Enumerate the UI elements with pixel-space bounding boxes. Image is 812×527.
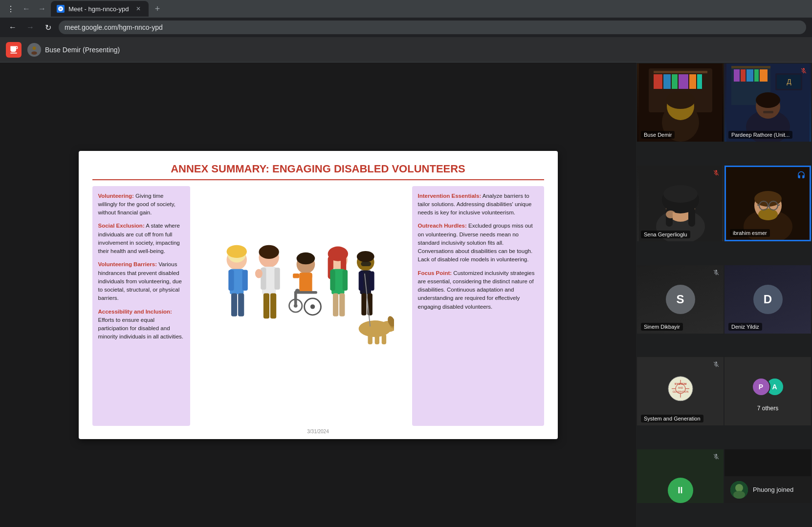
- slide-right-column: Intervention Essentials: Analyze barrier…: [412, 186, 544, 426]
- slide-date: 3/31/2024: [307, 429, 329, 434]
- svg-point-10: [226, 245, 246, 258]
- bottom-left-avatar: II: [668, 478, 693, 503]
- svg-rect-75: [760, 69, 768, 82]
- svg-point-0: [33, 46, 36, 50]
- forward-button[interactable]: →: [35, 2, 49, 16]
- sena-face: [637, 166, 724, 241]
- bottom-left-mute-icon: [713, 453, 720, 462]
- svg-rect-36: [330, 270, 335, 291]
- participant-tile-pardeep[interactable]: Д Pardeep Rathore (Unit...: [724, 63, 811, 142]
- svg-point-112: [733, 491, 745, 499]
- svg-rect-8: [238, 294, 244, 316]
- tab-list-button[interactable]: ⋮: [4, 2, 18, 16]
- svg-rect-61: [672, 74, 678, 89]
- forward-nav-button[interactable]: →: [23, 21, 37, 34]
- presenter-name: Buse Demir (Presenting): [45, 46, 120, 54]
- participant-tile-sena[interactable]: Sena Gergerlioglu: [637, 166, 724, 241]
- system-mute-icon: [713, 361, 720, 369]
- deniz-avatar: D: [753, 285, 783, 314]
- svg-rect-22: [293, 274, 299, 278]
- presenter-avatar: [27, 43, 41, 57]
- sinem-name-tag: Sinem Dikbayir: [641, 323, 683, 331]
- buse-face: [637, 63, 724, 142]
- slide-left-column: Volunteering: Giving time willingly for …: [92, 186, 190, 426]
- participant-tile-system[interactable]: SYSTEM AND GENERATION System and Generat…: [637, 357, 724, 425]
- new-tab-button[interactable]: +: [151, 2, 164, 16]
- pardeep-mute-icon: [800, 67, 807, 76]
- tab-bar: ⋮ ← → Meet - hgm-nnco-ypd ✕ +: [0, 0, 812, 18]
- outreach-hurdles: Outreach Hurdles: Excluded groups miss o…: [418, 222, 538, 264]
- sinem-avatar: S: [666, 285, 695, 314]
- url-input[interactable]: [59, 21, 806, 34]
- others-count: 7 others: [724, 405, 811, 412]
- slide-container: ANNEX SUMMARY: ENGAGING DISABLED VOLUNTE…: [79, 151, 558, 439]
- svg-rect-71: [734, 69, 740, 82]
- slide-content: ANNEX SUMMARY: ENGAGING DISABLED VOLUNTE…: [79, 151, 558, 439]
- svg-rect-59: [654, 74, 662, 89]
- svg-point-27: [293, 304, 297, 308]
- active-tab[interactable]: Meet - hgm-nnco-ypd ✕: [51, 1, 149, 17]
- meet-logo: [6, 42, 22, 58]
- svg-rect-45: [361, 294, 366, 316]
- participant-tile-bottom-muted[interactable]: II: [637, 449, 724, 503]
- presentation-area: ANNEX SUMMARY: ENGAGING DISABLED VOLUNTE…: [0, 63, 636, 527]
- svg-rect-70: [731, 66, 770, 68]
- svg-rect-43: [358, 271, 363, 291]
- svg-rect-62: [679, 74, 688, 89]
- participant-tile-buse[interactable]: Buse Demir: [637, 63, 724, 142]
- svg-rect-47: [361, 262, 371, 266]
- participants-panel: Buse Demir: [636, 63, 812, 527]
- svg-rect-82: [763, 111, 773, 113]
- svg-rect-23: [306, 274, 312, 278]
- back-button[interactable]: ←: [20, 2, 33, 16]
- svg-point-18: [255, 269, 262, 278]
- system-logo: SYSTEM AND GENERATION: [668, 376, 693, 401]
- participant-tile-deniz[interactable]: D Deniz Yildiz: [724, 265, 811, 334]
- svg-rect-7: [231, 294, 237, 316]
- svg-rect-15: [263, 294, 269, 319]
- svg-rect-73: [746, 69, 753, 82]
- svg-rect-60: [663, 74, 671, 89]
- svg-text:Д: Д: [787, 78, 791, 85]
- volunteering-barriers-def: Volunteering Barriers: Various hindrance…: [98, 260, 184, 302]
- svg-rect-52: [374, 334, 379, 344]
- buse-name-tag: Buse Demir: [641, 131, 675, 139]
- svg-rect-5: [228, 270, 234, 291]
- notification-bar: Phuong joined: [724, 449, 811, 503]
- participant-tile-sinem[interactable]: S Sinem Dikbayir: [637, 265, 724, 334]
- pardeep-face: Д: [724, 63, 811, 142]
- notification-text: Phuong joined: [753, 486, 793, 493]
- participant-tile-others[interactable]: P A 7 others: [724, 357, 811, 425]
- svg-rect-53: [381, 334, 386, 344]
- svg-point-17: [259, 245, 279, 259]
- others-avatar-stack: P A: [752, 378, 784, 396]
- system-name-tag: System and Generation: [641, 415, 703, 422]
- svg-rect-6: [242, 270, 247, 291]
- slide-left-box: Volunteering: Giving time willingly for …: [92, 186, 190, 426]
- svg-point-67: [666, 91, 695, 109]
- phuong-notification: Phuong joined: [724, 476, 811, 503]
- svg-rect-72: [741, 69, 746, 82]
- presenter-info: Buse Demir (Presenting): [27, 43, 806, 57]
- tab-favicon: [57, 5, 65, 13]
- other-avatar-1: P: [752, 378, 770, 396]
- sena-mute-icon: [713, 169, 720, 178]
- svg-point-111: [735, 484, 743, 492]
- svg-rect-63: [689, 74, 696, 89]
- svg-point-30: [295, 289, 299, 293]
- sena-name-tag: Sena Gergerlioglu: [641, 231, 690, 238]
- tab-close-button[interactable]: ✕: [134, 4, 143, 13]
- ibrahim-active-speaker-icon: [797, 171, 806, 182]
- reload-button[interactable]: ↻: [41, 21, 55, 34]
- illustration: [208, 228, 394, 384]
- slide-title: ANNEX SUMMARY: ENGAGING DISABLED VOLUNTE…: [92, 163, 544, 180]
- pardeep-name-tag: Pardeep Rathore (Unit...: [728, 131, 792, 139]
- sinem-mute-icon: [713, 269, 720, 277]
- svg-rect-64: [697, 74, 702, 89]
- address-bar: ← → ↻: [0, 18, 812, 37]
- participant-tile-ibrahim[interactable]: ibrahim esmer: [724, 166, 811, 241]
- meet-main: ANNEX SUMMARY: ENGAGING DISABLED VOLUNTE…: [0, 63, 812, 527]
- svg-rect-58: [654, 71, 707, 73]
- back-nav-button[interactable]: ←: [6, 21, 20, 34]
- svg-point-20: [296, 253, 315, 264]
